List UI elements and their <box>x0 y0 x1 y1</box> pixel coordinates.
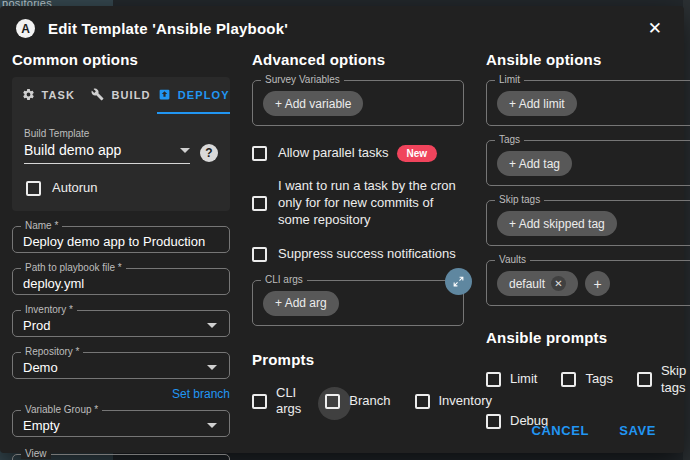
vault-chip-label: default <box>509 277 545 291</box>
ansible-prompts-heading: Ansible prompts <box>486 329 690 346</box>
add-variable-chip[interactable]: + Add variable <box>263 91 363 116</box>
vault-default-chip[interactable]: default ✕ <box>497 271 578 296</box>
name-field-label: Name * <box>21 220 62 231</box>
skip-tags-label: Skip tags <box>495 194 544 205</box>
playbook-path-value: deploy.yml <box>23 276 219 291</box>
prompt-limit-label: Limit <box>510 371 537 388</box>
cancel-button[interactable]: CANCEL <box>521 415 599 446</box>
tab-deploy[interactable]: DEPLOY <box>157 77 230 114</box>
repository-select[interactable]: Repository * Demo <box>12 352 230 379</box>
checkbox-icon[interactable] <box>252 394 267 409</box>
expand-editor-button[interactable] <box>445 268 472 295</box>
dialog-titlebar: A Edit Template 'Ansible Playbook' ✕ <box>0 6 684 45</box>
help-icon[interactable]: ? <box>200 144 218 162</box>
inventory-label: Inventory * <box>21 304 77 315</box>
tab-task-label: TASK <box>42 89 76 101</box>
inventory-value: Prod <box>23 318 207 333</box>
tab-build[interactable]: BUILD <box>85 77 158 114</box>
vaults-label: Vaults <box>495 254 530 265</box>
advanced-options-heading: Advanced options <box>252 51 464 68</box>
variable-group-select[interactable]: Variable Group * Empty <box>12 410 230 437</box>
survey-variables-label: Survey Variables <box>261 74 344 85</box>
task-type-card: TASK BUILD DEPLOY Build Template <box>12 77 230 211</box>
limit-label: Limit <box>495 74 524 85</box>
skip-tags-fieldset: Skip tags + Add skipped tag <box>486 200 690 246</box>
variable-group-value: Empty <box>23 418 207 433</box>
autorun-checkbox[interactable]: Autorun <box>26 180 230 197</box>
common-options-heading: Common options <box>12 51 230 68</box>
checkbox-icon[interactable] <box>486 414 501 429</box>
prompt-skip-tags-checkbox[interactable]: Skip tags <box>637 363 690 397</box>
checkbox-icon[interactable] <box>415 394 430 409</box>
build-template-label: Build Template <box>24 128 190 139</box>
prompt-branch-label: Branch <box>349 393 390 410</box>
expand-icon <box>452 275 465 288</box>
add-limit-chip[interactable]: + Add limit <box>497 91 577 116</box>
view-label: View <box>21 448 51 459</box>
prompt-branch-checkbox[interactable]: Branch <box>325 393 390 410</box>
checkbox-icon[interactable] <box>252 146 267 161</box>
prompt-tags-label: Tags <box>585 371 612 388</box>
cli-args-label: CLI args <box>261 274 307 285</box>
save-button[interactable]: SAVE <box>609 415 666 446</box>
wrench-icon <box>91 88 104 101</box>
playbook-path-field[interactable]: Path to playbook file * deploy.yml <box>12 268 230 295</box>
build-template-select[interactable]: Build Template Build demo app <box>24 128 190 164</box>
checkbox-icon[interactable] <box>486 372 501 387</box>
repository-label: Repository * <box>21 346 83 357</box>
add-vault-chip[interactable]: + <box>585 271 610 296</box>
close-icon[interactable]: ✕ <box>644 18 666 39</box>
add-skipped-tag-chip[interactable]: + Add skipped tag <box>497 211 617 236</box>
dialog-title: Edit Template 'Ansible Playbook' <box>48 20 288 37</box>
allow-parallel-tasks-checkbox[interactable]: Allow parallel tasks <box>252 145 389 162</box>
checkbox-icon[interactable] <box>561 372 576 387</box>
survey-variables-fieldset: Survey Variables + Add variable <box>252 80 464 126</box>
tab-task[interactable]: TASK <box>12 77 85 114</box>
playbook-path-label: Path to playbook file * <box>21 262 126 273</box>
checkbox-icon[interactable] <box>252 247 267 262</box>
prompt-inventory-checkbox[interactable]: Inventory <box>415 393 492 410</box>
allow-parallel-tasks-label: Allow parallel tasks <box>278 145 389 162</box>
prompt-cli-args-label: CLI args <box>276 385 301 419</box>
checkbox-icon[interactable] <box>637 372 652 387</box>
ansible-options-heading: Ansible options <box>486 51 690 68</box>
dialog-actions: CANCEL SAVE <box>521 415 666 446</box>
ansible-avatar: A <box>16 19 35 38</box>
set-branch-link[interactable]: Set branch <box>172 387 230 401</box>
suppress-success-notifications-checkbox[interactable]: Suppress success notifications <box>252 246 456 263</box>
prompts-heading: Prompts <box>252 351 464 368</box>
tab-build-label: BUILD <box>111 89 150 101</box>
gear-icon <box>22 88 35 101</box>
deploy-icon <box>158 88 171 101</box>
cron-new-commits-label: I want to run a task by the cron only fo… <box>278 178 464 229</box>
prompt-cli-args-checkbox[interactable]: CLI args <box>252 385 301 419</box>
limit-fieldset: Limit + Add limit <box>486 80 690 126</box>
add-tag-chip[interactable]: + Add tag <box>497 151 572 176</box>
tab-deploy-label: DEPLOY <box>178 89 230 101</box>
tags-label: Tags <box>495 134 524 145</box>
chevron-down-icon <box>207 365 217 370</box>
name-field[interactable]: Name * Deploy demo app to Production <box>12 226 230 253</box>
repository-value: Demo <box>23 360 207 375</box>
add-arg-chip[interactable]: + Add arg <box>263 291 339 316</box>
chip-close-icon[interactable]: ✕ <box>551 276 566 291</box>
tags-fieldset: Tags + Add tag <box>486 140 690 186</box>
prompt-limit-checkbox[interactable]: Limit <box>486 371 537 388</box>
variable-group-label: Variable Group * <box>21 404 102 415</box>
chevron-down-icon <box>207 423 217 428</box>
checkbox-icon[interactable] <box>252 196 267 211</box>
vaults-fieldset: Vaults default ✕ + <box>486 260 690 306</box>
cron-new-commits-checkbox[interactable]: I want to run a task by the cron only fo… <box>252 178 464 229</box>
prompt-skip-tags-label: Skip tags <box>661 363 690 397</box>
view-select[interactable]: View Deploy <box>12 454 230 460</box>
chevron-down-icon <box>180 148 190 153</box>
suppress-success-notifications-label: Suppress success notifications <box>278 246 456 263</box>
inventory-select[interactable]: Inventory * Prod <box>12 310 230 337</box>
prompt-tags-checkbox[interactable]: Tags <box>561 371 612 388</box>
autorun-label: Autorun <box>52 180 98 197</box>
checkbox-icon[interactable] <box>26 181 41 196</box>
prompt-inventory-label: Inventory <box>439 393 492 410</box>
cli-args-fieldset: CLI args + Add arg <box>252 280 464 326</box>
checkbox-icon[interactable] <box>325 394 340 409</box>
task-type-tabs: TASK BUILD DEPLOY <box>12 77 230 114</box>
